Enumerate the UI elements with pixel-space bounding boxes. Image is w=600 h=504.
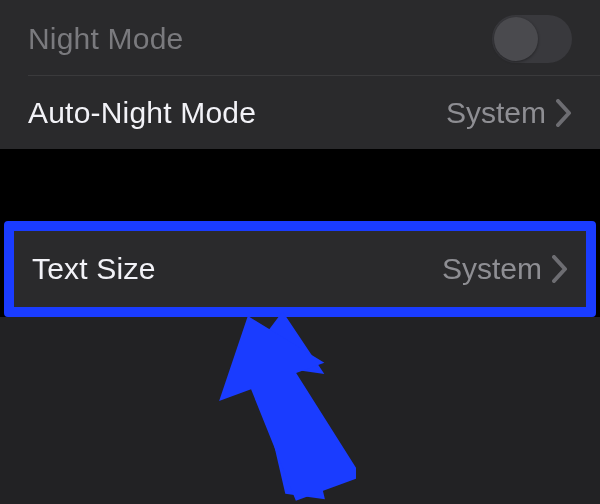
- auto-night-mode-row[interactable]: Auto-Night Mode System: [0, 76, 600, 149]
- toggle-knob: [494, 17, 538, 61]
- section-gap: [0, 149, 600, 221]
- auto-night-mode-value: System: [446, 96, 546, 130]
- chevron-right-icon: [552, 255, 568, 283]
- row-right: System: [442, 252, 568, 286]
- night-mode-toggle[interactable]: [492, 15, 572, 63]
- text-size-label: Text Size: [32, 252, 156, 286]
- text-size-value: System: [442, 252, 542, 286]
- night-mode-label: Night Mode: [28, 22, 183, 56]
- row-right: System: [446, 96, 572, 130]
- auto-night-mode-label: Auto-Night Mode: [28, 96, 256, 130]
- chevron-right-icon: [556, 99, 572, 127]
- below-area: [0, 317, 600, 504]
- night-mode-row[interactable]: Night Mode: [0, 2, 600, 75]
- text-size-row[interactable]: Text Size System: [4, 221, 596, 317]
- highlight-wrap: Text Size System: [0, 221, 600, 317]
- display-mode-section: Night Mode Auto-Night Mode System: [0, 0, 600, 149]
